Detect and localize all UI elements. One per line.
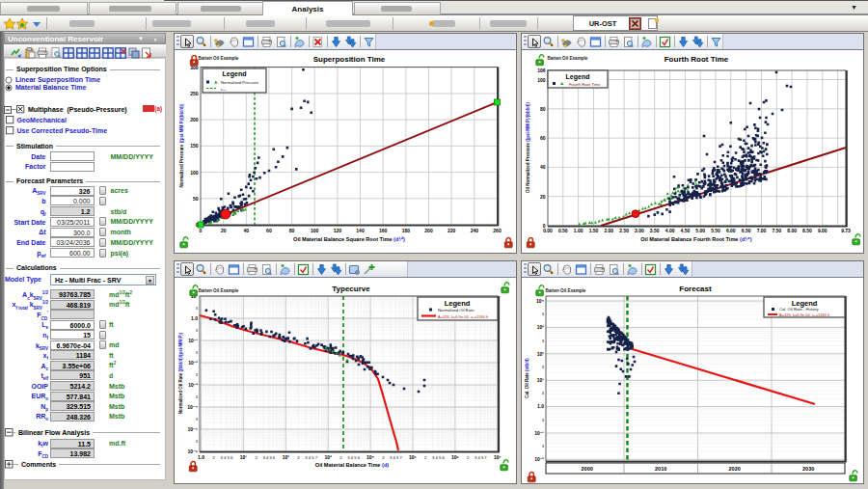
- svg-text:Normalized Pressure: Normalized Pressure: [221, 80, 259, 85]
- svg-text:60: 60: [540, 135, 546, 141]
- svg-text:10³: 10³: [537, 324, 545, 330]
- svg-text:2: 2: [297, 455, 300, 460]
- svg-text:3: 3: [196, 372, 199, 377]
- svg-text:106: 106: [537, 68, 546, 73]
- svg-text:Oil Material Balance Fourth Ro: Oil Material Balance Fourth Root Time (d…: [640, 236, 752, 242]
- svg-text:Normalized Pressure ((psi·MM P: Normalized Pressure ((psi·MM P)/(bbl/d)): [179, 103, 184, 187]
- svg-text:260: 260: [493, 228, 502, 233]
- svg-text:10⁻³: 10⁻³: [188, 382, 198, 388]
- svg-text:180: 180: [402, 228, 411, 233]
- svg-text:3.50: 3.50: [650, 228, 660, 233]
- svg-text:Oil Material Balance Square Ro: Oil Material Balance Square Root Time (d…: [293, 236, 405, 242]
- svg-text:Fourth Root Time: Fourth Root Time: [569, 82, 601, 87]
- svg-text:150: 150: [190, 143, 199, 149]
- svg-text:120: 120: [334, 228, 342, 233]
- svg-text:Cal. Oil Rate (stb/d): Cal. Oil Rate (stb/d): [525, 358, 529, 398]
- svg-text:100: 100: [190, 170, 199, 176]
- svg-text:200: 200: [190, 117, 199, 122]
- svg-text:A=326, k=6.9e-04, xₖ=1184 ft: A=326, k=6.9e-04, xₖ=1184 ft: [779, 312, 830, 317]
- svg-text:Legend: Legend: [223, 70, 247, 78]
- svg-text:Typecurve: Typecurve: [332, 285, 370, 293]
- svg-text:40: 40: [540, 164, 546, 170]
- svg-text:9.00: 9.00: [818, 228, 827, 233]
- svg-text:50: 50: [193, 196, 199, 202]
- svg-text:80: 80: [289, 228, 295, 233]
- svg-text:3 4 5 6: 3 4 5 6: [432, 455, 445, 460]
- svg-text:3: 3: [542, 444, 545, 448]
- svg-text:100: 100: [311, 228, 319, 233]
- svg-text:2020: 2020: [729, 466, 741, 472]
- svg-text:3: 3: [542, 339, 545, 343]
- svg-text:3.00: 3.00: [635, 228, 644, 233]
- svg-text:10⁻⁵: 10⁻⁵: [187, 426, 198, 432]
- svg-text:40: 40: [244, 228, 250, 233]
- svg-text:Normalized Oil Rate: Normalized Oil Rate: [438, 308, 475, 312]
- svg-text:Legend: Legend: [566, 73, 590, 81]
- svg-text:7.00: 7.00: [757, 228, 767, 233]
- svg-text:5.00: 5.00: [695, 228, 705, 233]
- svg-text:100: 100: [537, 77, 546, 83]
- svg-text:2000: 2000: [582, 466, 593, 472]
- svg-text:3 4 5 7: 3 4 5 7: [305, 455, 317, 460]
- svg-text:2.00: 2.00: [604, 228, 613, 233]
- svg-text:2010: 2010: [655, 466, 666, 472]
- svg-text:3 4 5 6: 3 4 5 6: [262, 455, 275, 460]
- svg-text:Batten Oil Example: Batten Oil Example: [548, 56, 588, 61]
- svg-text:6.00: 6.00: [726, 228, 736, 233]
- svg-text:10²: 10²: [283, 454, 290, 460]
- svg-text:140: 140: [356, 228, 365, 233]
- svg-text:10⁵: 10⁵: [409, 454, 418, 460]
- svg-text:10¹: 10¹: [240, 454, 248, 460]
- svg-text:Fourth Root Time: Fourth Root Time: [665, 55, 729, 64]
- svg-text:3 4 5 7: 3 4 5 7: [475, 455, 487, 460]
- svg-text:1.50: 1.50: [589, 228, 599, 233]
- svg-text:10¹: 10¹: [537, 377, 545, 383]
- svg-text:3: 3: [196, 328, 199, 333]
- svg-text:1.0: 1.0: [191, 315, 198, 321]
- svg-text:160: 160: [379, 228, 388, 233]
- svg-text:Batten Oil Example: Batten Oil Example: [199, 288, 239, 293]
- svg-text:10⁻⁶: 10⁻⁶: [187, 448, 198, 454]
- svg-text:8.00: 8.00: [787, 228, 797, 233]
- svg-text:3: 3: [542, 391, 545, 395]
- svg-text:10⁴: 10⁴: [536, 298, 545, 304]
- svg-text:Batten Oil Example: Batten Oil Example: [546, 288, 586, 293]
- svg-text:10⁴: 10⁴: [366, 454, 375, 460]
- svg-text:10⁶: 10⁶: [451, 454, 459, 460]
- svg-text:3: 3: [196, 394, 199, 399]
- svg-text:2: 2: [255, 455, 258, 460]
- svg-text:2: 2: [213, 455, 216, 460]
- svg-text:10⁻¹: 10⁻¹: [188, 338, 198, 343]
- svg-text:3: 3: [542, 312, 545, 316]
- svg-text:3: 3: [196, 417, 199, 421]
- svg-text:Superposition Time: Superposition Time: [313, 55, 386, 64]
- svg-text:3: 3: [542, 418, 545, 422]
- svg-text:5.50: 5.50: [711, 228, 720, 233]
- svg-text:Batten Oil Example: Batten Oil Example: [199, 56, 239, 61]
- svg-text:8.50: 8.50: [802, 228, 812, 233]
- svg-text:20: 20: [540, 194, 546, 200]
- svg-text:0: 0: [200, 228, 203, 233]
- svg-text:6.50: 6.50: [742, 228, 751, 233]
- svg-text:2.50: 2.50: [619, 228, 629, 233]
- svg-text:80: 80: [540, 106, 546, 112]
- svg-text:0: 0: [196, 222, 199, 228]
- svg-text:1.0: 1.0: [537, 403, 544, 409]
- svg-text:Normalized Oil Rate ((bbl/d)/(: Normalized Oil Rate ((bbl/d)/(psi·MM P)): [178, 332, 183, 414]
- svg-text:0: 0: [543, 223, 546, 229]
- svg-text:220: 220: [448, 228, 456, 233]
- svg-text:20: 20: [221, 228, 227, 233]
- svg-text:A=326, k=6.9e-04, xₖ=1184 ft: A=326, k=6.9e-04, xₖ=1184 ft: [438, 314, 489, 319]
- svg-text:10⁻¹: 10⁻¹: [534, 430, 544, 436]
- svg-text:Oil Normalized Pressure ((psi·: Oil Normalized Pressure ((psi·MM P)/(bbl…: [526, 101, 530, 193]
- svg-text:3 4 5 6: 3 4 5 6: [220, 455, 232, 460]
- svg-text:4.00: 4.00: [665, 228, 675, 233]
- svg-text:7.50: 7.50: [772, 228, 781, 233]
- svg-text:2: 2: [467, 455, 470, 460]
- svg-text:3: 3: [196, 306, 199, 311]
- svg-text:1.00: 1.00: [574, 228, 583, 233]
- svg-text:10⁻²: 10⁻²: [534, 456, 544, 462]
- svg-text:Forecast: Forecast: [679, 285, 712, 293]
- svg-text:60: 60: [266, 228, 272, 233]
- svg-text:9.73: 9.73: [841, 228, 851, 233]
